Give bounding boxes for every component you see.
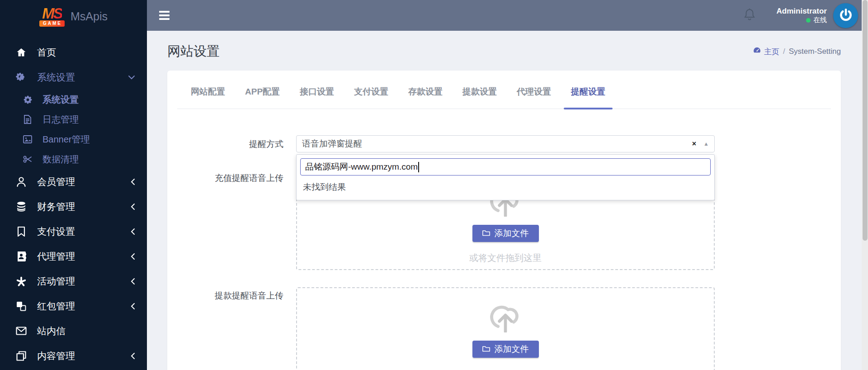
tab-payment-settings[interactable]: 支付设置 bbox=[353, 86, 389, 109]
sidebar-item-home[interactable]: 首页 bbox=[0, 40, 147, 65]
logo-game-text: GAME bbox=[39, 20, 65, 27]
breadcrumb-home-label: 主页 bbox=[764, 47, 779, 57]
sidebar-subitem-banner-management[interactable]: Banner管理 bbox=[0, 129, 147, 149]
red-packet-icon bbox=[15, 301, 27, 311]
logo-ms-text: MS bbox=[42, 6, 62, 21]
tab-withdraw-settings[interactable]: 提款设置 bbox=[462, 86, 498, 109]
file-icon bbox=[22, 115, 33, 124]
remind-method-select[interactable]: 语音加弹窗提醒 × ▲ bbox=[296, 135, 715, 152]
sidebar-item-system-settings[interactable]: 系统设置 bbox=[0, 65, 147, 90]
remind-method-row: 提醒方式 语音加弹窗提醒 × ▲ 品铭源码网-www.pmzym.com 未找到… bbox=[177, 135, 831, 152]
sidebar-item-activity-management[interactable]: 活动管理 bbox=[0, 269, 147, 294]
chevron-left-icon bbox=[131, 253, 135, 260]
remind-method-label: 提醒方式 bbox=[177, 135, 287, 152]
online-status-label: 在线 bbox=[813, 16, 827, 24]
chevron-left-icon bbox=[131, 278, 135, 285]
sidebar-item-label: 日志管理 bbox=[42, 114, 79, 126]
sidebar-toggle-button[interactable] bbox=[159, 9, 170, 22]
tab-reminder-settings[interactable]: 提醒设置 bbox=[570, 86, 606, 109]
sidebar-item-label: Banner管理 bbox=[42, 133, 90, 146]
main-content: 网站设置 主页 / System-Setting 网站配置 APP配置 接口设置 bbox=[147, 31, 868, 370]
page-title: 网站设置 bbox=[167, 43, 220, 61]
notification-bell-icon[interactable] bbox=[743, 8, 756, 23]
chevron-left-icon bbox=[131, 303, 135, 310]
tab-app-config[interactable]: APP配置 bbox=[244, 86, 281, 109]
scrollbar-track[interactable] bbox=[862, 0, 868, 370]
text-cursor bbox=[418, 162, 419, 172]
breadcrumb-separator: / bbox=[783, 47, 785, 56]
dropdown-search-value: 品铭源码网-www.pmzym.com bbox=[305, 161, 418, 173]
user-name: Administrator bbox=[777, 6, 827, 16]
sidebar-item-label: 首页 bbox=[37, 46, 56, 59]
breadcrumb-current: System-Setting bbox=[789, 47, 841, 56]
sidebar-item-content-management[interactable]: 内容管理 bbox=[0, 343, 147, 368]
brand-logo[interactable]: MS GAME MsApis bbox=[0, 0, 147, 33]
add-file-button[interactable]: 添加文件 bbox=[472, 225, 539, 242]
withdraw-upload-dropzone[interactable]: 添加文件 bbox=[296, 287, 715, 370]
sidebar-menu: 首页 系统设置 系统设置 bbox=[0, 33, 147, 368]
online-status-dot bbox=[806, 18, 811, 23]
add-file-button[interactable]: 添加文件 bbox=[472, 341, 539, 358]
add-file-button-label: 添加文件 bbox=[495, 343, 529, 355]
sidebar-item-label: 数据清理 bbox=[42, 153, 79, 166]
breadcrumb-home-link[interactable]: 主页 bbox=[753, 46, 779, 57]
sidebar-item-member-management[interactable]: 会员管理 bbox=[0, 169, 147, 194]
sidebar-item-red-packet-management[interactable]: 红包管理 bbox=[0, 294, 147, 318]
sidebar-item-label: 红包管理 bbox=[37, 300, 75, 313]
gear-icon bbox=[22, 95, 33, 104]
sidebar-subitem-data-cleanup[interactable]: 数据清理 bbox=[0, 149, 147, 169]
recharge-upload-label: 充值提醒语音上传 bbox=[177, 170, 287, 270]
add-file-button-label: 添加文件 bbox=[495, 228, 529, 239]
mail-icon bbox=[15, 327, 27, 335]
database-icon bbox=[15, 201, 27, 212]
folder-icon bbox=[482, 228, 490, 238]
chevron-down-icon bbox=[128, 75, 135, 80]
tab-website-config[interactable]: 网站配置 bbox=[190, 86, 226, 109]
address-book-icon bbox=[15, 251, 27, 262]
sidebar-item-payment-settings[interactable]: 支付设置 bbox=[0, 219, 147, 244]
drag-hint-text: 或将文件拖到这里 bbox=[469, 252, 542, 264]
sidebar-subitem-system-settings[interactable]: 系统设置 bbox=[0, 90, 147, 109]
app-name: MsApis bbox=[71, 10, 108, 23]
settings-tabs: 网站配置 APP配置 接口设置 支付设置 存款设置 提款设置 代理设置 提醒设置 bbox=[177, 71, 831, 109]
withdraw-upload-row: 提款提醒语音上传 bbox=[177, 287, 831, 370]
tab-api-settings[interactable]: 接口设置 bbox=[299, 86, 335, 109]
sidebar-subitem-log-management[interactable]: 日志管理 bbox=[0, 109, 147, 129]
breadcrumb: 主页 / System-Setting bbox=[753, 46, 841, 57]
sidebar-item-label: 财务管理 bbox=[37, 200, 75, 213]
user-status: 在线 bbox=[777, 16, 827, 24]
sidebar-item-label: 支付设置 bbox=[37, 225, 75, 238]
dropdown-search-input[interactable]: 品铭源码网-www.pmzym.com bbox=[300, 158, 711, 176]
reminder-settings-form: 提醒方式 语音加弹窗提醒 × ▲ 品铭源码网-www.pmzym.com 未找到… bbox=[177, 135, 831, 370]
content-icon bbox=[15, 351, 27, 361]
page-header: 网站设置 主页 / System-Setting bbox=[147, 31, 868, 61]
select-dropdown-panel: 品铭源码网-www.pmzym.com 未找到结果 bbox=[296, 154, 715, 200]
sidebar-item-site-mail[interactable]: 站内信 bbox=[0, 318, 147, 343]
sidebar-item-agent-management[interactable]: 代理管理 bbox=[0, 244, 147, 269]
cloud-upload-icon bbox=[484, 295, 527, 334]
tab-agent-settings[interactable]: 代理设置 bbox=[516, 86, 552, 109]
caret-up-icon[interactable]: ▲ bbox=[703, 141, 709, 147]
dashboard-gauge-icon bbox=[753, 46, 761, 57]
ms-game-logo: MS GAME bbox=[39, 6, 65, 27]
chevron-left-icon bbox=[131, 178, 135, 185]
sidebar-item-finance-management[interactable]: 财务管理 bbox=[0, 194, 147, 219]
select-clear-icon[interactable]: × bbox=[690, 140, 698, 148]
chevron-left-icon bbox=[131, 228, 135, 235]
sidebar-item-label: 系统设置 bbox=[37, 71, 75, 84]
scrollbar-thumb[interactable] bbox=[863, 0, 868, 241]
bookmark-icon bbox=[15, 226, 27, 237]
sidebar-item-label: 代理管理 bbox=[37, 250, 75, 263]
scissors-icon bbox=[22, 155, 33, 163]
topbar-right: Administrator 在线 bbox=[743, 3, 868, 28]
avatar[interactable] bbox=[833, 3, 858, 28]
sidebar: MS GAME MsApis 首页 系统设置 bbox=[0, 0, 147, 370]
activity-icon bbox=[15, 276, 27, 287]
user-block: Administrator 在线 bbox=[777, 6, 827, 24]
sidebar-item-label: 会员管理 bbox=[37, 176, 75, 188]
chevron-left-icon bbox=[131, 203, 135, 210]
topbar: Administrator 在线 bbox=[147, 0, 868, 31]
folder-icon bbox=[482, 344, 490, 354]
tab-deposit-settings[interactable]: 存款设置 bbox=[407, 86, 443, 109]
remind-method-value: 语音加弹窗提醒 bbox=[302, 138, 362, 150]
